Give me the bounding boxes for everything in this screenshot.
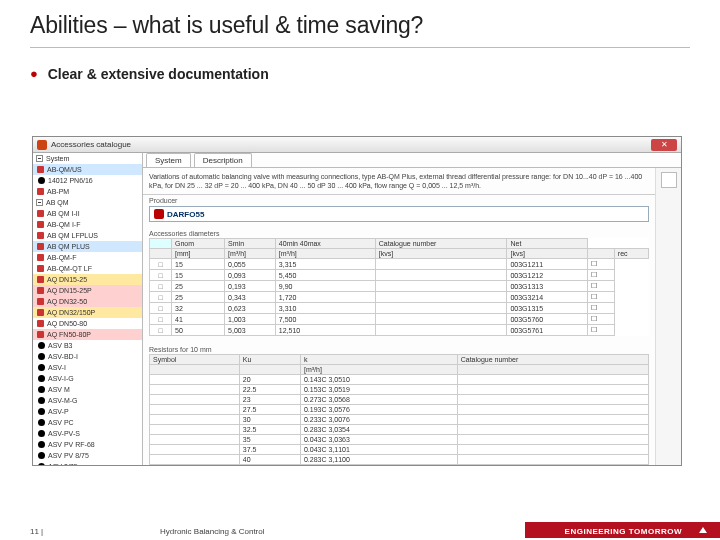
tree-node-icon <box>37 298 44 305</box>
sidebar-item[interactable]: AQ DN15-25 <box>33 274 142 285</box>
sidebar-item[interactable]: ASV PC <box>33 417 142 428</box>
table-cell <box>457 435 648 445</box>
app-icon <box>37 140 47 150</box>
sidebar-item[interactable]: 14012 PN6/16 <box>33 175 142 186</box>
sidebar-item-label: AB-QM/US <box>47 166 82 173</box>
sidebar-item[interactable]: ASV M <box>33 384 142 395</box>
table-cell <box>150 435 240 445</box>
tree-node-icon <box>37 188 44 195</box>
sidebar-item[interactable]: ASV-PV-S <box>33 428 142 439</box>
close-icon[interactable]: ✕ <box>651 139 677 151</box>
producer-field[interactable]: DARFO55 <box>149 206 649 222</box>
row-select[interactable]: □ <box>150 303 172 314</box>
table-cell <box>150 395 240 405</box>
tab-system[interactable]: System <box>146 153 191 167</box>
sidebar-item-label: AB-PM <box>47 188 69 195</box>
table-cell: 30 <box>239 415 300 425</box>
sidebar-item-label: AB QM I-II <box>47 210 80 217</box>
row-select[interactable]: □ <box>150 281 172 292</box>
table-cell <box>457 415 648 425</box>
sidebar-item[interactable]: AB QM I-II <box>33 208 142 219</box>
table-cell: 23 <box>239 395 300 405</box>
table-row[interactable]: □411,0037,500003G5760☐ <box>150 314 649 325</box>
sidebar-item-label: AB-QM I-F <box>47 221 80 228</box>
footer-tagline: ENGINEERING TOMORROW <box>565 527 682 536</box>
sidebar-item[interactable]: ASV-BD-I <box>33 351 142 362</box>
sidebar-item[interactable]: AQ DN15-25P <box>33 285 142 296</box>
column-header: Symbol <box>150 355 240 365</box>
sidebar-item[interactable]: ASV-3/75 <box>33 461 142 465</box>
sidebar-item-label: AB QM <box>46 199 69 206</box>
row-select[interactable]: □ <box>150 259 172 270</box>
sidebar-item-label: ASV-I <box>48 364 66 371</box>
table-row[interactable]: 230.273C 3,0568 <box>150 395 649 405</box>
table-row[interactable]: □505,00312,510003G5761☐ <box>150 325 649 336</box>
table-cell: 0,343 <box>225 292 276 303</box>
table-row[interactable]: 400.283C 3,1100 <box>150 455 649 465</box>
sidebar-item-label: AQ DN32/150P <box>47 309 95 316</box>
sidebar-item[interactable]: ASV-I <box>33 362 142 373</box>
sidebar-item[interactable]: AB-QM/US <box>33 164 142 175</box>
tree-node-icon <box>37 210 44 217</box>
sidebar-item[interactable]: ASV PV RF-68 <box>33 439 142 450</box>
table-row[interactable]: 300.233C 3,0076 <box>150 415 649 425</box>
collapse-icon[interactable] <box>36 155 43 162</box>
sidebar-item-label: AQ DN50-80 <box>47 320 87 327</box>
table-row[interactable]: 350.043C 3,0363 <box>150 435 649 445</box>
sidebar-item[interactable]: ASV-M-G <box>33 395 142 406</box>
tree-node-icon <box>37 331 44 338</box>
table-row[interactable]: □150,0935,450003G1212☐ <box>150 270 649 281</box>
sidebar-item[interactable]: AB QM <box>33 197 142 208</box>
sidebar-item[interactable]: ASV-I-G <box>33 373 142 384</box>
table-row[interactable]: 27.50.193C 3,0576 <box>150 405 649 415</box>
table-row[interactable]: □320,6233,310003G1315☐ <box>150 303 649 314</box>
producer-value: DARFO55 <box>167 210 204 219</box>
table-cell <box>457 405 648 415</box>
sidebar-item[interactable]: AB-QM I-F <box>33 219 142 230</box>
accessories-table: GnomSmin40min 40maxCatalogue numberNet [… <box>149 238 649 336</box>
table-row[interactable]: 200.143C 3,0510 <box>150 375 649 385</box>
sidebar-item[interactable]: AB-QM-QT LF <box>33 263 142 274</box>
row-select[interactable]: □ <box>150 325 172 336</box>
sidebar-item[interactable]: ASV-P <box>33 406 142 417</box>
acc-table-label: Accessories diameters <box>149 230 649 237</box>
tree-node-icon <box>37 243 44 250</box>
product-thumbnail-icon[interactable] <box>661 172 677 188</box>
sidebar-item[interactable]: AB QM PLUS <box>33 241 142 252</box>
row-select[interactable]: □ <box>150 270 172 281</box>
table-row[interactable]: □250,1939,90003G1313☐ <box>150 281 649 292</box>
table-cell: 22.5 <box>239 385 300 395</box>
table-row[interactable]: 37.50.043C 3,1101 <box>150 445 649 455</box>
unit-header: [mm] <box>172 249 225 259</box>
tree-node-icon <box>38 177 45 184</box>
sidebar-item-label: AQ DN15-25P <box>47 287 92 294</box>
sidebar-item[interactable]: AQ DN50-80 <box>33 318 142 329</box>
table-cell: 5,003 <box>225 325 276 336</box>
row-select[interactable]: □ <box>150 314 172 325</box>
unit-header: [m³/h] <box>300 365 457 375</box>
table-row[interactable]: □150,0553,315003G1211☐ <box>150 259 649 270</box>
sidebar-item[interactable]: ASV B3 <box>33 340 142 351</box>
tab-description[interactable]: Description <box>194 153 252 167</box>
main-panel: System Description Variations of automat… <box>143 153 681 465</box>
table-row[interactable]: 22.50.153C 3,0519 <box>150 385 649 395</box>
tree-node-icon <box>38 397 45 404</box>
sidebar-item[interactable]: AB-QM-F <box>33 252 142 263</box>
table-cell: 35 <box>239 435 300 445</box>
table-cell <box>457 445 648 455</box>
sidebar-item[interactable]: ASV PV 8/75 <box>33 450 142 461</box>
table-cell: ☐ <box>588 259 614 270</box>
table-cell: ☐ <box>588 292 614 303</box>
row-select[interactable]: □ <box>150 292 172 303</box>
sidebar-item[interactable]: AB QM LFPLUS <box>33 230 142 241</box>
table-row[interactable]: □250,3431,720003G3214☐ <box>150 292 649 303</box>
sidebar-item[interactable]: AQ DN32/150P <box>33 307 142 318</box>
tab-bar: System Description <box>143 153 681 168</box>
tree-node-icon <box>38 353 45 360</box>
sidebar-item[interactable]: AQ FN50-80P <box>33 329 142 340</box>
table-row[interactable]: 32.50.283C 3,0354 <box>150 425 649 435</box>
sidebar-item[interactable]: AB-PM <box>33 186 142 197</box>
unit-header <box>150 365 240 375</box>
table-cell <box>150 405 240 415</box>
sidebar-item[interactable]: AQ DN32-50 <box>33 296 142 307</box>
